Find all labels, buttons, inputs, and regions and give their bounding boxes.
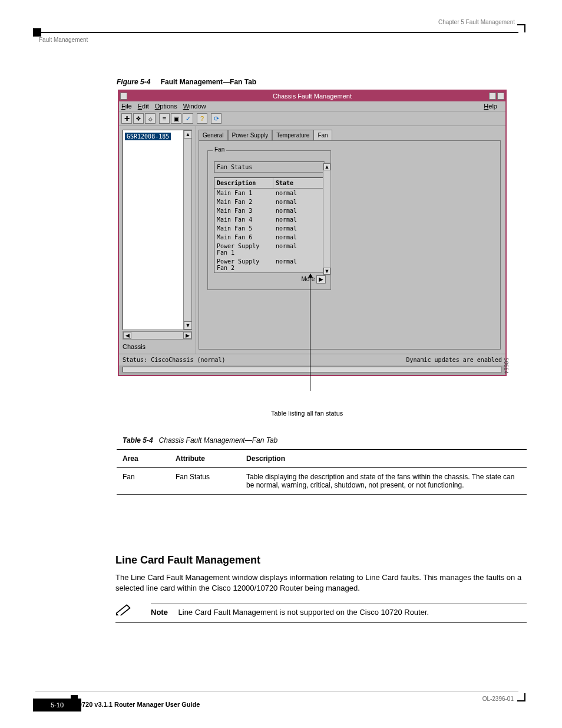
tab-general[interactable]: General xyxy=(199,130,228,140)
table-row[interactable]: Main Fan 1normal xyxy=(214,189,325,197)
fan-group: Fan Fan Status Description State Main Fa… xyxy=(207,150,331,290)
tab-power-supply[interactable]: Power Supply xyxy=(228,130,273,140)
tool-check-icon[interactable]: ✓ xyxy=(183,113,193,124)
callout-text: Table listing all fan status xyxy=(271,410,343,417)
table-row[interactable]: Main Fan 3normal xyxy=(214,206,325,215)
status-right: Dynamic updates are enabled xyxy=(406,357,502,363)
tool-icon[interactable]: ✚ xyxy=(121,113,132,124)
col-state: State xyxy=(273,178,325,188)
minimize-icon[interactable] xyxy=(489,93,496,100)
section-paragraph: The Line Card Fault Management window di… xyxy=(115,572,527,593)
chassis-tree[interactable]: GSR12008-185 ▲▼ xyxy=(123,130,192,330)
table-row[interactable]: Main Fan 4normal xyxy=(214,215,325,224)
table-number: Table 5-4 xyxy=(123,436,153,444)
table-row[interactable]: Main Fan 6normal xyxy=(214,233,325,242)
tool-refresh-icon[interactable]: ⟳ xyxy=(211,113,222,124)
section-header: Fault Management xyxy=(39,37,88,43)
fan-status-table: Description State Main Fan 1normal Main … xyxy=(214,177,326,273)
col-description: Description xyxy=(214,178,273,188)
menu-edit[interactable]: Edit xyxy=(138,103,149,110)
section-heading: Line Card Fault Management xyxy=(115,554,527,566)
tool-icon[interactable]: ▣ xyxy=(171,113,181,124)
tool-icon[interactable]: ❖ xyxy=(133,113,144,124)
table-row[interactable]: Power Supply Fan 1normal xyxy=(214,242,325,257)
fan-status-label: Fan Status xyxy=(216,163,323,171)
table-title: Chassis Fault Management—Fan Tab xyxy=(159,436,278,444)
table-row[interactable]: Power Supply Fan 2normal xyxy=(214,257,325,272)
tool-icon[interactable]: ≡ xyxy=(159,113,170,124)
tab-fan[interactable]: Fan xyxy=(313,130,332,140)
horizontal-scrollbar[interactable]: ◀▶ xyxy=(123,331,192,340)
titlebar: Chassis Fault Management xyxy=(119,91,505,101)
menu-window[interactable]: Window xyxy=(183,103,206,110)
td-desc: Table displaying the description and sta… xyxy=(240,468,527,495)
footer-page-number: 5-10 xyxy=(33,699,81,711)
more-button[interactable]: ▶ xyxy=(316,275,326,284)
callout-arrow xyxy=(310,277,310,391)
table-row[interactable]: Main Fan 2normal xyxy=(214,197,325,206)
tree-node-selected[interactable]: GSR12008-185 xyxy=(125,133,171,140)
note-label: Note xyxy=(151,608,168,617)
tree-pane-label: Chassis xyxy=(123,343,192,350)
th-description: Description xyxy=(240,450,527,468)
tool-icon[interactable]: ☼ xyxy=(145,113,156,124)
menubar: File Edit Options Window Help xyxy=(119,101,505,111)
th-attribute: Attribute xyxy=(170,450,240,468)
doc-table-5-4: Table 5-4 Chassis Fault Management—Fan T… xyxy=(117,431,527,495)
vertical-scrollbar[interactable]: ▲▼ xyxy=(183,130,191,330)
image-id: 50664 xyxy=(503,358,509,374)
figure-title: Fault Management—Fan Tab xyxy=(161,78,256,86)
table-scrollbar[interactable]: ▲▼ xyxy=(323,163,331,275)
note-pencil-icon xyxy=(115,604,132,618)
tool-help-icon[interactable]: ? xyxy=(197,113,207,124)
th-area: Area xyxy=(117,450,170,468)
system-menu-icon[interactable] xyxy=(120,93,127,100)
note-text: Line Card Fault Management is not suppor… xyxy=(178,608,429,617)
maximize-icon[interactable] xyxy=(497,93,504,100)
menu-file[interactable]: File xyxy=(121,103,132,110)
tab-temperature[interactable]: Temperature xyxy=(272,130,313,140)
figure-number: Figure 5-4 xyxy=(117,78,150,86)
chassis-fault-window: Chassis Fault Management File Edit Optio… xyxy=(118,90,507,376)
window-title: Chassis Fault Management xyxy=(273,93,352,100)
td-area: Fan xyxy=(117,468,170,495)
menu-options[interactable]: Options xyxy=(155,103,177,110)
chapter-header: Chapter 5 Fault Management xyxy=(438,19,515,25)
progress-bar xyxy=(123,367,502,373)
footer-doc-no: OL-2396-01 xyxy=(482,696,514,702)
toolbar: ✚ ❖ ☼ ≡ ▣ ✓ ? ⟳ xyxy=(119,111,505,126)
table-row[interactable]: Main Fan 5normal xyxy=(214,224,325,233)
figure-caption: Figure 5-4 Fault Management—Fan Tab xyxy=(117,78,256,86)
menu-help[interactable]: Help xyxy=(484,103,497,110)
group-legend: Fan xyxy=(213,146,226,153)
status-left: Status: CiscoChassis (normal) xyxy=(123,357,226,363)
td-attr: Fan Status xyxy=(170,468,240,495)
